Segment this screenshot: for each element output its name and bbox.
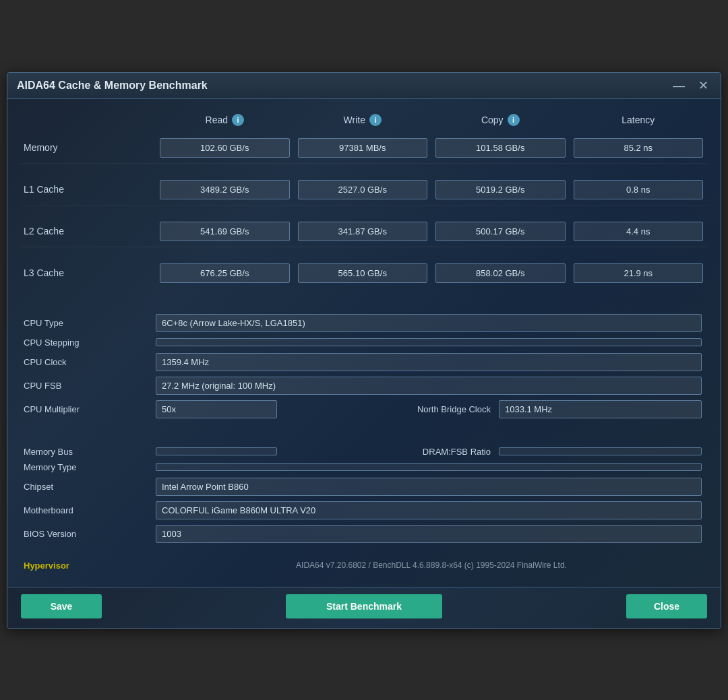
close-button[interactable]: ✕ <box>696 79 711 92</box>
cpu-fsb-row: CPU FSB 27.2 MHz (original: 100 MHz) <box>21 374 707 397</box>
l1-write: 2527.0 GB/s <box>298 180 428 199</box>
memory-bus-value <box>156 447 277 455</box>
row-label-l1: L1 Cache <box>21 184 156 195</box>
chipset-value: Intel Arrow Point B860 <box>156 478 702 496</box>
cpu-clock-row: CPU Clock 1359.4 MHz <box>21 350 707 374</box>
l3-read: 676.25 GB/s <box>160 263 290 283</box>
hypervisor-label: Hypervisor <box>21 561 156 571</box>
table-row: Memory 102.60 GB/s 97381 MB/s 101.58 GB/… <box>21 133 707 164</box>
read-info-icon[interactable]: i <box>232 114 244 126</box>
titlebar: AIDA64 Cache & Memory Benchmark — ✕ <box>7 73 721 99</box>
cpu-type-value: 6C+8c (Arrow Lake-HX/S, LGA1851) <box>156 314 702 332</box>
minimize-button[interactable]: — <box>670 79 688 92</box>
table-row: L2 Cache 541.69 GB/s 341.87 GB/s 500.17 … <box>21 216 707 247</box>
l1-read: 3489.2 GB/s <box>160 180 290 199</box>
row-label-memory: Memory <box>21 142 156 153</box>
bios-row: BIOS Version 1003 <box>21 522 707 546</box>
l2-write: 341.87 GB/s <box>298 222 428 241</box>
cpu-stepping-label: CPU Stepping <box>21 338 156 348</box>
table-header: Read i Write i Copy i Latency <box>21 110 707 130</box>
bios-value: 1003 <box>156 525 702 543</box>
l2-latency: 4.4 ns <box>574 222 704 241</box>
main-window: AIDA64 Cache & Memory Benchmark — ✕ Read… <box>7 72 721 629</box>
memory-type-value <box>156 463 702 471</box>
bench-data-rows: Memory 102.60 GB/s 97381 MB/s 101.58 GB/… <box>21 133 707 288</box>
table-row: L3 Cache 676.25 GB/s 565.10 GB/s 858.02 … <box>21 258 707 288</box>
cpu-info-section: CPU Type 6C+8c (Arrow Lake-HX/S, LGA1851… <box>21 311 707 421</box>
memory-copy: 101.58 GB/s <box>435 138 566 158</box>
footer: Save Start Benchmark Close <box>7 587 721 628</box>
memory-info-section: Memory Bus DRAM:FSB Ratio Memory Type Ch… <box>21 444 707 546</box>
l3-latency: 21.9 ns <box>574 263 704 283</box>
cpu-multiplier-value: 50x <box>156 400 277 418</box>
start-benchmark-button[interactable]: Start Benchmark <box>286 594 442 618</box>
cpu-type-label: CPU Type <box>21 318 156 328</box>
col-write: Write i <box>294 114 432 126</box>
l2-read: 541.69 GB/s <box>160 222 290 241</box>
row-label-l2: L2 Cache <box>21 226 156 236</box>
memory-bus-row: Memory Bus DRAM:FSB Ratio <box>21 444 707 459</box>
cpu-multiplier-row: CPU Multiplier 50x North Bridge Clock 10… <box>21 397 707 421</box>
memory-read: 102.60 GB/s <box>160 138 290 158</box>
l2-copy: 500.17 GB/s <box>435 222 566 241</box>
north-bridge-value: 1033.1 MHz <box>499 400 702 418</box>
cpu-type-row: CPU Type 6C+8c (Arrow Lake-HX/S, LGA1851… <box>21 311 707 335</box>
hypervisor-row: Hypervisor AIDA64 v7.20.6802 / BenchDLL … <box>21 555 707 576</box>
cpu-clock-label: CPU Clock <box>21 357 156 367</box>
content-area: Read i Write i Copy i Latency Memory 102… <box>7 99 721 587</box>
dram-fsb-label: DRAM:FSB Ratio <box>364 447 499 457</box>
motherboard-value: COLORFUL iGame B860M ULTRA V20 <box>156 501 702 519</box>
chipset-label: Chipset <box>21 482 156 492</box>
row-label-l3: L3 Cache <box>21 267 156 278</box>
close-button-footer[interactable]: Close <box>626 594 707 618</box>
memory-write: 97381 MB/s <box>298 138 428 158</box>
l1-copy: 5019.2 GB/s <box>435 180 566 199</box>
l1-latency: 0.8 ns <box>574 180 704 199</box>
col-copy: Copy i <box>431 114 570 126</box>
copy-info-icon[interactable]: i <box>508 114 520 126</box>
window-controls: — ✕ <box>670 79 711 92</box>
l3-write: 565.10 GB/s <box>298 263 428 283</box>
cpu-stepping-value <box>156 338 702 346</box>
bios-label: BIOS Version <box>21 529 156 539</box>
memory-latency: 85.2 ns <box>574 138 704 158</box>
save-button[interactable]: Save <box>21 594 102 618</box>
cpu-clock-value: 1359.4 MHz <box>156 353 702 371</box>
cpu-fsb-label: CPU FSB <box>21 381 156 391</box>
l3-copy: 858.02 GB/s <box>435 263 566 283</box>
memory-type-row: Memory Type <box>21 459 707 475</box>
col-read: Read i <box>156 114 294 126</box>
cpu-multiplier-label: CPU Multiplier <box>21 404 156 414</box>
hypervisor-value: AIDA64 v7.20.6802 / BenchDLL 4.6.889.8-x… <box>156 561 707 570</box>
motherboard-label: Motherboard <box>21 505 156 515</box>
north-bridge-label: North Bridge Clock <box>364 404 499 414</box>
cpu-stepping-row: CPU Stepping <box>21 335 707 350</box>
col-latency: Latency <box>570 115 708 125</box>
dram-fsb-value <box>499 447 702 455</box>
write-info-icon[interactable]: i <box>369 114 382 126</box>
memory-bus-label: Memory Bus <box>21 447 156 457</box>
window-title: AIDA64 Cache & Memory Benchmark <box>17 79 208 92</box>
memory-type-label: Memory Type <box>21 462 156 472</box>
motherboard-row: Motherboard COLORFUL iGame B860M ULTRA V… <box>21 499 707 522</box>
table-row: L1 Cache 3489.2 GB/s 2527.0 GB/s 5019.2 … <box>21 174 707 205</box>
cpu-fsb-value: 27.2 MHz (original: 100 MHz) <box>156 377 702 395</box>
chipset-row: Chipset Intel Arrow Point B860 <box>21 475 707 499</box>
